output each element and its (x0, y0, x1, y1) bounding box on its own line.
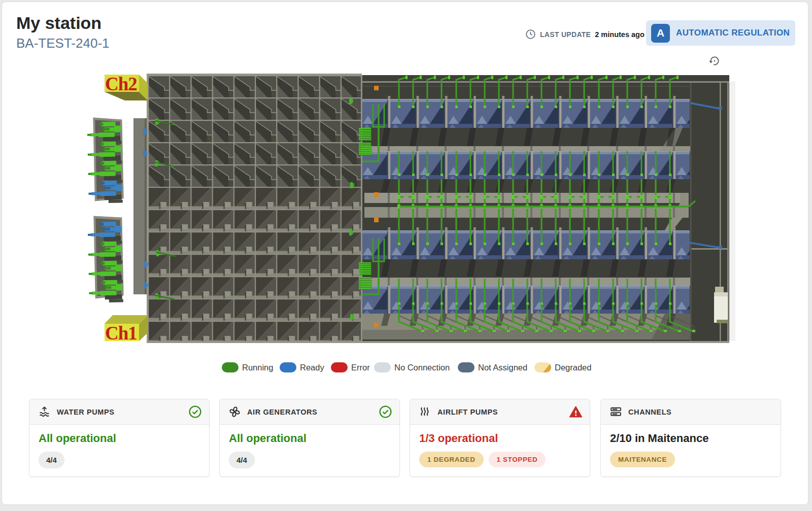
svg-text:Ch2: Ch2 (105, 74, 137, 94)
svg-text:Ch1: Ch1 (105, 323, 137, 344)
